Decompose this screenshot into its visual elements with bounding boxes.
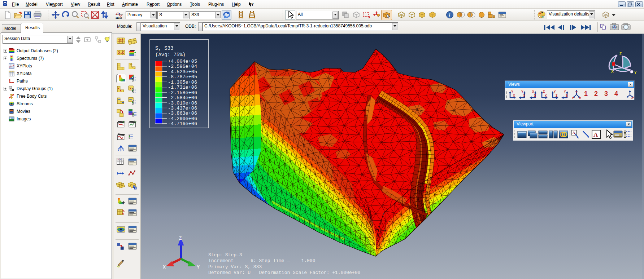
svg-text:Y: Y [511,90,513,93]
svg-text:-3.010e+06: -3.010e+06 [168,101,197,106]
svg-text:X: X [579,97,581,99]
svg-text:+4.004e+05: +4.004e+05 [168,59,197,64]
svg-text:A: A [573,130,575,135]
svg-text:Y: Y [575,90,578,93]
svg-text:Z: Z [619,52,622,56]
svg-text:-4.523e+05: -4.523e+05 [168,69,197,75]
svg-text:Z: Z [534,94,536,97]
svg-text:-3.437e+06: -3.437e+06 [168,106,197,111]
svg-text:Z: Z [543,90,545,93]
svg-text:S, S33: S, S33 [155,45,173,51]
svg-text:-2.596e+04: -2.596e+04 [168,64,197,69]
svg-text:X: X [532,90,534,93]
svg-text:-1.731e+06: -1.731e+06 [168,85,197,90]
svg-text:X: X [611,70,614,74]
svg-text:X: X [513,94,515,97]
svg-text:-1.305e+06: -1.305e+06 [168,80,197,85]
svg-text:-4.716e+06: -4.716e+06 [168,121,197,127]
svg-text:?: ? [251,2,254,6]
svg-text:123: 123 [118,39,123,42]
svg-text:-3.863e+06: -3.863e+06 [168,111,197,116]
svg-text:Z: Z [556,94,557,97]
svg-text:Y: Y [120,158,121,160]
svg-text:-4.290e+06: -4.290e+06 [168,116,197,121]
svg-text:11010: 11010 [116,17,122,19]
svg-text:Z: Z [566,94,567,97]
svg-text:x: x [120,89,122,92]
svg-text:X: X [163,265,166,270]
svg-text:Y: Y [554,90,556,93]
svg-text:A: A [593,131,598,138]
svg-text:X: X [117,158,119,160]
svg-text:-8.787e+05: -8.787e+05 [168,74,197,80]
svg-text:Y: Y [634,71,637,74]
svg-text:-2.158e+06: -2.158e+06 [168,90,197,96]
svg-text:x: x [129,86,131,90]
svg-text:Y: Y [197,265,200,270]
svg-text:Y: Y [521,90,523,93]
svg-text:x: x [118,87,119,90]
svg-text:Z: Z [179,236,182,241]
svg-text:X: X [523,94,525,97]
svg-text:Z: Z [572,97,574,99]
svg-text:X: X [545,94,547,97]
svg-text:Y: Y [564,90,566,93]
svg-text:-2.584e+06: -2.584e+06 [168,95,197,101]
svg-text:(Avg: 75%): (Avg: 75%) [155,52,186,58]
svg-text:i: i [449,12,451,18]
